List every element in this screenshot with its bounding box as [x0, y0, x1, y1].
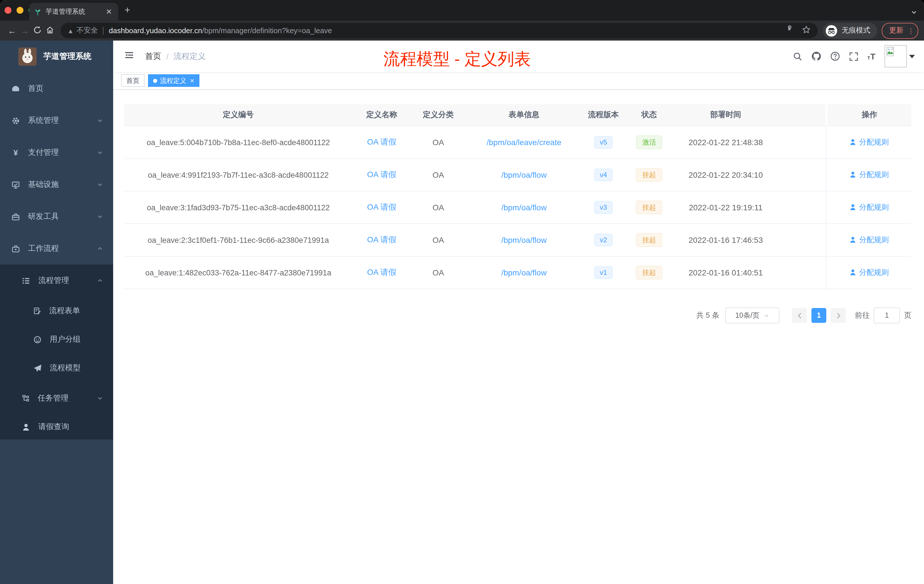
incognito-badge: 无痕模式 — [823, 23, 877, 39]
definition-name-link[interactable]: OA 请假 — [367, 267, 396, 277]
page-size-select[interactable]: 10条/页 — [725, 307, 779, 323]
definition-name-link[interactable]: OA 请假 — [367, 170, 396, 179]
column-header: 定义编号 — [124, 104, 353, 126]
sidebar-item-workflow[interactable]: 工作流程 — [0, 233, 113, 265]
assign-rule-link[interactable]: 分配规则 — [849, 235, 889, 245]
sidebar-item-home[interactable]: 首页 — [0, 73, 113, 105]
sidebar-item-leave-query[interactable]: 请假查询 — [0, 414, 113, 439]
url-path: /bpm/manager/definition?key=oa_leave — [202, 26, 332, 35]
assign-rule-link[interactable]: 分配规则 — [849, 202, 889, 213]
tag-home[interactable]: 首页 — [121, 74, 145, 87]
tab-search-chevron-icon[interactable] — [911, 7, 917, 18]
sidebar-item-task-management[interactable]: 任务管理 — [0, 382, 113, 414]
form-link[interactable]: /bpm/oa/flow — [502, 170, 547, 180]
new-tab-button[interactable]: + — [125, 5, 130, 15]
briefcase-icon — [12, 244, 20, 253]
sidebar-item-process-management[interactable]: 流程管理 — [0, 265, 113, 297]
form-link[interactable]: /bpm/oa/flow — [502, 203, 547, 212]
sidebar-item-process-model[interactable]: 流程模型 — [0, 354, 113, 382]
tag-label: 流程定义 — [160, 76, 186, 85]
definition-name-link[interactable]: OA 请假 — [367, 137, 396, 146]
definition-category: OA — [411, 126, 466, 159]
github-icon[interactable] — [812, 51, 821, 61]
goto-page-input[interactable] — [874, 307, 900, 323]
definition-name-link[interactable]: OA 请假 — [367, 235, 396, 244]
status-badge: 挂起 — [636, 168, 662, 182]
tree-icon — [22, 394, 30, 402]
breadcrumb-home[interactable]: 首页 — [145, 51, 161, 61]
sidebar-item-label: 用户分组 — [50, 334, 81, 345]
list-icon — [22, 276, 30, 285]
goto-label: 前往 — [855, 310, 870, 320]
prev-page-button[interactable] — [792, 308, 807, 323]
chevron-down-icon — [97, 396, 103, 401]
form-link[interactable]: /bpm/oa/leave/create — [487, 138, 561, 147]
assign-rule-link[interactable]: 分配规则 — [849, 137, 889, 147]
workflow-submenu: 流程管理 流程表单 用户分组 流程模型 任务管理 — [0, 265, 113, 439]
browser-tab[interactable]: 芋道管理系统 ✕ — [29, 3, 118, 21]
deploy-time: 2022-01-16 17:46:53 — [674, 224, 778, 257]
browser-menu-dots-icon[interactable]: ⋮ — [908, 27, 914, 34]
help-icon[interactable] — [830, 51, 840, 61]
bookmark-star-icon[interactable] — [802, 25, 811, 36]
user-icon — [849, 204, 856, 211]
page-size-value: 10条/页 — [736, 310, 760, 320]
sidebar-logo[interactable]: 芋道管理系统 — [0, 41, 113, 73]
form-icon — [33, 307, 41, 315]
tag-process-definition[interactable]: 流程定义 ✕ — [148, 74, 200, 87]
sidebar-item-process-form[interactable]: 流程表单 — [0, 297, 113, 325]
sidebar-item-devtools[interactable]: 研发工具 — [0, 201, 113, 233]
column-header: 定义分类 — [411, 104, 466, 126]
sidebar-item-user-group[interactable]: 用户分组 — [0, 325, 113, 354]
chrome-update-button[interactable]: 更新 ⋮ — [882, 23, 918, 39]
breadcrumb-separator: / — [166, 52, 168, 61]
breadcrumb: 首页 / 流程定义 — [145, 51, 206, 61]
form-link[interactable]: /bpm/oa/flow — [502, 236, 547, 244]
minimize-window-button[interactable] — [16, 7, 23, 14]
assign-rule-link[interactable]: 分配规则 — [849, 170, 889, 180]
tab-close-icon[interactable]: ✕ — [104, 7, 114, 16]
top-navbar: 首页 / 流程定义 流程模型 - 定义列表 — [113, 41, 924, 72]
reload-icon[interactable] — [31, 25, 43, 36]
search-icon[interactable] — [793, 52, 802, 61]
avatar-broken-image-icon — [884, 45, 907, 68]
assign-rule-link[interactable]: 分配规则 — [849, 267, 889, 278]
sidebar-item-label: 流程管理 — [38, 276, 69, 286]
forward-icon[interactable]: → — [18, 26, 31, 35]
next-page-button[interactable] — [831, 308, 846, 323]
deploy-time: 2022-01-22 19:19:11 — [674, 191, 778, 224]
status-badge: 挂起 — [636, 233, 662, 247]
gear-icon — [12, 116, 20, 125]
table-row: oa_leave:2:3c1f0ef1-76b1-11ec-9c66-a2380… — [124, 224, 911, 257]
key-icon[interactable] — [786, 25, 795, 36]
version-badge: v1 — [594, 266, 612, 279]
home-icon[interactable] — [43, 25, 56, 36]
sidebar-item-payment[interactable]: ¥ 支付管理 — [0, 137, 113, 168]
column-header: 状态 — [625, 104, 674, 126]
font-size-icon[interactable]: тT — [868, 51, 875, 61]
sidebar-collapse-icon[interactable] — [120, 51, 138, 62]
sidebar-item-label: 请假查询 — [38, 422, 69, 432]
url-host: dashboard.yudao.iocoder.cn — [109, 26, 202, 35]
url-text[interactable]: dashboard.yudao.iocoder.cn/bpm/manager/d… — [109, 26, 780, 35]
filler-cell — [778, 191, 826, 224]
definition-name-link[interactable]: OA 请假 — [367, 202, 396, 211]
back-icon[interactable]: ← — [6, 26, 18, 35]
close-window-button[interactable] — [5, 7, 12, 14]
favicon-sprout-icon — [34, 8, 42, 16]
url-bar[interactable]: ▲ 不安全 dashboard.yudao.iocoder.cn/bpm/man… — [61, 23, 818, 38]
sidebar-item-system[interactable]: 系统管理 — [0, 105, 113, 137]
fullscreen-icon[interactable] — [849, 52, 858, 61]
assign-rule-label: 分配规则 — [859, 170, 889, 180]
sidebar-item-label: 流程模型 — [50, 363, 81, 373]
form-link[interactable]: /bpm/oa/flow — [502, 268, 547, 277]
sidebar-item-infra[interactable]: 基础设施 — [0, 168, 113, 201]
page-number-current[interactable]: 1 — [812, 308, 826, 323]
column-header: 流程版本 — [582, 104, 625, 126]
definition-id: oa_leave:4:991f2193-7b7f-11ec-a3c8-acde4… — [124, 159, 353, 191]
group-icon — [33, 335, 42, 344]
user-avatar-menu[interactable] — [884, 45, 915, 68]
not-secure-label[interactable]: 不安全 — [77, 26, 98, 35]
column-header: 定义名称 — [353, 104, 411, 126]
tag-close-icon[interactable]: ✕ — [190, 78, 195, 84]
